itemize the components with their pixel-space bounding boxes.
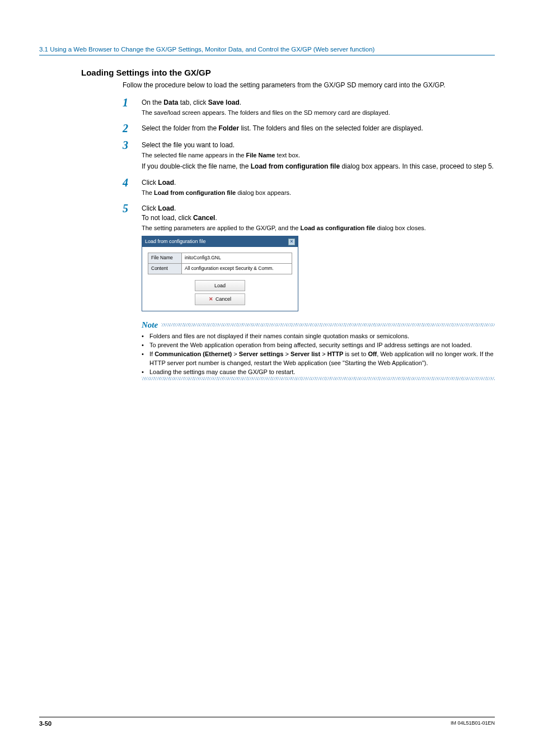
step-subtext: The selected file name appears in the Fi… — [142, 151, 495, 160]
text: > — [283, 351, 291, 357]
text: The setting parameters are applied to th… — [142, 225, 301, 231]
step-text: Select the file you want to load. — [142, 141, 495, 150]
bold: Save load — [208, 99, 240, 106]
text: Loading the settings may cause the GX/GP… — [149, 368, 495, 377]
step-subtext: The save/load screen appears. The folder… — [142, 109, 495, 117]
step-number: 2 — [123, 123, 142, 134]
cell-value: initoConfig3.GNL — [182, 253, 292, 263]
note-rule — [161, 323, 495, 326]
note-list: •Folders and files are not displayed if … — [142, 332, 495, 377]
bold: Data — [163, 99, 178, 106]
step-number: 4 — [123, 177, 142, 188]
page-number: 3-50 — [39, 720, 51, 728]
text: dialog box closes. — [375, 225, 426, 231]
step-subtext: The Load from configuration file dialog … — [142, 189, 495, 197]
bold: Cancel — [193, 214, 215, 222]
step-text: On the Data tab, click Save load. — [142, 98, 495, 108]
bold: Load from configuration file — [251, 162, 340, 170]
button-label: Load — [214, 282, 226, 290]
text: If you double-click the file name, the — [142, 162, 251, 170]
text: . — [215, 214, 217, 222]
page-footer: 3-50 IM 04L51B01-01EN — [39, 717, 495, 728]
step-text: To not load, click Cancel. — [142, 213, 495, 223]
list-item: •Loading the settings may cause the GX/G… — [142, 368, 495, 377]
cell-label: Content — [148, 263, 182, 274]
step-number: 5 — [123, 203, 142, 214]
step-number: 1 — [123, 97, 142, 108]
bold: HTTP — [327, 351, 344, 357]
text: Click — [142, 179, 158, 186]
bold: Server settings — [239, 351, 283, 357]
note-header: Note — [142, 319, 495, 331]
dialog-title: Load from configuration file — [145, 238, 206, 245]
bold: Communication (Ethernet) — [154, 351, 232, 357]
text: dialog box appears. In this case, procee… — [340, 162, 494, 170]
section-title: Loading Settings into the GX/GP — [81, 67, 495, 78]
text: . — [240, 99, 241, 106]
table-row: File Name initoConfig3.GNL — [148, 253, 292, 263]
text: To prevent the Web application operation… — [149, 341, 495, 350]
text: On the — [142, 99, 163, 106]
text: Click — [142, 204, 158, 212]
x-icon: ✕ — [209, 296, 213, 303]
list-item: •To prevent the Web application operatio… — [142, 341, 495, 350]
step-number: 3 — [123, 139, 142, 151]
text: If — [149, 351, 154, 357]
dialog: Load from configuration file × File Name… — [142, 236, 298, 311]
text: To not load, click — [142, 214, 193, 222]
text: If Communication (Ethernet) > Server set… — [149, 350, 495, 368]
text: list. The folders and files on the selec… — [239, 124, 423, 132]
text: . — [174, 204, 176, 212]
list-item: •Folders and files are not displayed if … — [142, 332, 495, 341]
note-rule-end — [142, 377, 495, 380]
dialog-screenshot: Load from configuration file × File Name… — [142, 236, 495, 311]
step-text: Click Load. — [142, 204, 495, 213]
step-1: 1 On the Data tab, click Save load. The … — [123, 98, 495, 117]
text: The selected file name appears in the — [142, 152, 246, 158]
step-text: Select the folder from the Folder list. … — [142, 124, 495, 133]
text: is set to — [343, 351, 368, 357]
cell-label: File Name — [148, 253, 182, 263]
text: > — [320, 351, 327, 357]
bold: Server list — [291, 351, 320, 357]
doc-number: IM 04L51B01-01EN — [451, 720, 495, 728]
close-icon[interactable]: × — [288, 239, 295, 245]
bold: Load — [158, 179, 174, 186]
section-intro: Follow the procedure below to load the s… — [123, 81, 495, 90]
text: text box. — [275, 152, 300, 158]
step-subtext: The setting parameters are applied to th… — [142, 224, 495, 232]
text: The — [142, 189, 154, 196]
step-4: 4 Click Load. The Load from configuratio… — [123, 178, 495, 197]
step-3: 3 Select the file you want to load. The … — [123, 141, 495, 160]
cell-value: All configuration except Security & Comm… — [182, 263, 292, 274]
dialog-titlebar: Load from configuration file × — [142, 236, 298, 247]
text: Select the folder from the — [142, 124, 218, 132]
bold: Off — [368, 351, 377, 357]
bold: Folder — [218, 124, 239, 132]
table-row: Content All configuration except Securit… — [148, 263, 292, 274]
step-text: Click Load. — [142, 178, 495, 188]
step-3-extra: If you double-click the file name, the L… — [142, 162, 495, 171]
bold: Load — [158, 204, 174, 212]
load-button[interactable]: Load — [195, 280, 245, 292]
note-label: Note — [142, 319, 158, 331]
dialog-table: File Name initoConfig3.GNL Content All c… — [148, 253, 292, 274]
cancel-button[interactable]: ✕Cancel — [195, 293, 245, 305]
page-header: 3.1 Using a Web Browser to Change the GX… — [39, 45, 495, 55]
text: dialog box appears. — [236, 189, 291, 196]
bold: File Name — [246, 152, 275, 158]
list-item: • If Communication (Ethernet) > Server s… — [142, 350, 495, 368]
bold: Load from configuration file — [154, 189, 236, 196]
text: . — [174, 179, 176, 186]
bold: Load as configuration file — [301, 225, 376, 231]
text: > — [232, 351, 239, 357]
text: tab, click — [178, 99, 208, 106]
button-label: Cancel — [216, 296, 231, 303]
text: Folders and files are not displayed if t… — [149, 332, 495, 341]
step-5: 5 Click Load. To not load, click Cancel.… — [123, 204, 495, 232]
step-2: 2 Select the folder from the Folder list… — [123, 124, 495, 134]
